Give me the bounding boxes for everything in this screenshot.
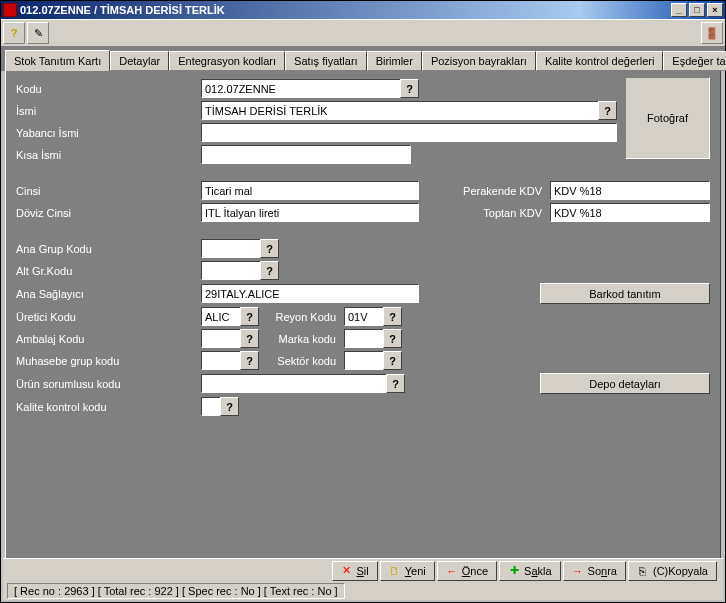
save-icon: ✚ [508, 565, 520, 577]
tab-detaylar[interactable]: Detaylar [110, 51, 169, 71]
label-reyon: Reyon Kodu [259, 311, 344, 323]
sakla-button[interactable]: ✚Sakla [499, 561, 561, 581]
tab-esdeger[interactable]: Eşdeğer tanımlamaları [663, 51, 726, 71]
lookup-kodu[interactable]: ? [400, 79, 419, 98]
minimize-button[interactable]: _ [671, 3, 687, 17]
edit-tool-button[interactable]: ✎ [27, 22, 49, 44]
input-marka[interactable] [344, 329, 384, 348]
form-panel: Fotoğraf Kodu ? İsmi ? Yabancı İsmi Kısa… [5, 71, 721, 560]
lookup-reyon[interactable]: ? [383, 307, 402, 326]
input-muhasebe[interactable] [201, 351, 241, 370]
sonra-button[interactable]: →Sonra [563, 561, 626, 581]
label-saglayici: Ana Sağlayıcı [16, 288, 201, 300]
input-ambalaj[interactable] [201, 329, 241, 348]
lookup-ambalaj[interactable]: ? [240, 329, 259, 348]
tab-satis[interactable]: Satış fiyatları [285, 51, 367, 71]
lookup-ismi[interactable]: ? [598, 101, 617, 120]
label-perakende: Perakende KDV [440, 185, 550, 197]
lookup-marka[interactable]: ? [383, 329, 402, 348]
tab-entegrasyon[interactable]: Entegrasyon kodları [169, 51, 285, 71]
label-kodu: Kodu [16, 83, 201, 95]
prev-icon: ← [446, 565, 458, 577]
label-cinsi: Cinsi [16, 185, 201, 197]
label-altgrup: Alt Gr.Kodu [16, 265, 201, 277]
tab-birimler[interactable]: Birimler [367, 51, 422, 71]
label-kisa: Kısa İsmi [16, 149, 201, 161]
input-yabanci[interactable] [201, 123, 617, 142]
input-sektor[interactable] [344, 351, 384, 370]
once-button[interactable]: ←Önce [437, 561, 497, 581]
lookup-altgrup[interactable]: ? [260, 261, 279, 280]
new-icon: 🗋 [389, 565, 401, 577]
exit-tool-button[interactable]: 🚪 [701, 22, 723, 44]
status-text: [ Rec no : 2963 ] [ Total rec : 922 ] [ … [7, 583, 345, 599]
app-icon [3, 3, 17, 17]
sil-button[interactable]: ✕SSilil [332, 561, 378, 581]
lookup-anagrup[interactable]: ? [260, 239, 279, 258]
label-kalite: Kalite kontrol kodu [16, 401, 201, 413]
window-title: 012.07ZENNE / TİMSAH DERİSİ TERLİK [20, 4, 669, 16]
lookup-muhasebe[interactable]: ? [240, 351, 259, 370]
close-button[interactable]: × [707, 3, 723, 17]
depo-button[interactable]: Depo detayları [540, 373, 710, 394]
lookup-urunsorumlusu[interactable]: ? [386, 374, 405, 393]
input-perakende[interactable] [550, 181, 710, 200]
lookup-uretici[interactable]: ? [240, 307, 259, 326]
label-anagrup: Ana Grup Kodu [16, 243, 201, 255]
label-uretici: Üretici Kodu [16, 311, 201, 323]
maximize-button[interactable]: □ [689, 3, 705, 17]
status-bar: [ Rec no : 2963 ] [ Total rec : 922 ] [ … [3, 582, 723, 600]
input-altgrup[interactable] [201, 261, 261, 280]
input-uretici[interactable] [201, 307, 241, 326]
yeni-button[interactable]: 🗋Yeni [380, 561, 435, 581]
kopyala-button[interactable]: ⎘(C)Kopyala [628, 561, 717, 581]
input-toptan[interactable] [550, 203, 710, 222]
input-reyon[interactable] [344, 307, 384, 326]
barkod-button[interactable]: Barkod tanıtım [540, 283, 710, 304]
label-yabanci: Yabancı İsmi [16, 127, 201, 139]
tab-stok-tanitim[interactable]: Stok Tanıtım Kartı [5, 50, 110, 71]
action-bar: ✕SSilil 🗋Yeni ←Önce ✚Sakla →Sonra ⎘(C)Ko… [3, 558, 723, 582]
input-urunsorumlusu[interactable] [201, 374, 387, 393]
copy-icon: ⎘ [637, 565, 649, 577]
label-urunsorumlusu: Ürün sorumlusu kodu [16, 378, 201, 390]
input-kisa[interactable] [201, 145, 411, 164]
tab-strip: Stok Tanıtım Kartı Detaylar Entegrasyon … [1, 47, 725, 71]
title-bar: 012.07ZENNE / TİMSAH DERİSİ TERLİK _ □ × [1, 1, 725, 19]
next-icon: → [572, 565, 584, 577]
label-ambalaj: Ambalaj Kodu [16, 333, 201, 345]
tab-pozisyon[interactable]: Pozisyon bayrakları [422, 51, 536, 71]
input-kalite[interactable] [201, 397, 221, 416]
lookup-kalite[interactable]: ? [220, 397, 239, 416]
label-toptan: Toptan KDV [440, 207, 550, 219]
label-marka: Marka kodu [259, 333, 344, 345]
label-doviz: Döviz Cinsi [16, 207, 201, 219]
delete-icon: ✕ [341, 565, 353, 577]
label-muhasebe: Muhasebe grup kodu [16, 355, 201, 367]
label-sektor: Sektör kodu [259, 355, 344, 367]
tab-kalite[interactable]: Kalite kontrol değerleri [536, 51, 663, 71]
photo-placeholder[interactable]: Fotoğraf [625, 77, 710, 159]
input-cinsi[interactable] [201, 181, 419, 200]
input-kodu[interactable] [201, 79, 401, 98]
help-button[interactable]: ? [3, 22, 25, 44]
input-anagrup[interactable] [201, 239, 261, 258]
toolbar: ? ✎ 🚪 [1, 19, 725, 47]
input-ismi[interactable] [201, 101, 599, 120]
label-ismi: İsmi [16, 105, 201, 117]
input-doviz[interactable] [201, 203, 419, 222]
input-saglayici[interactable] [201, 284, 419, 303]
lookup-sektor[interactable]: ? [383, 351, 402, 370]
